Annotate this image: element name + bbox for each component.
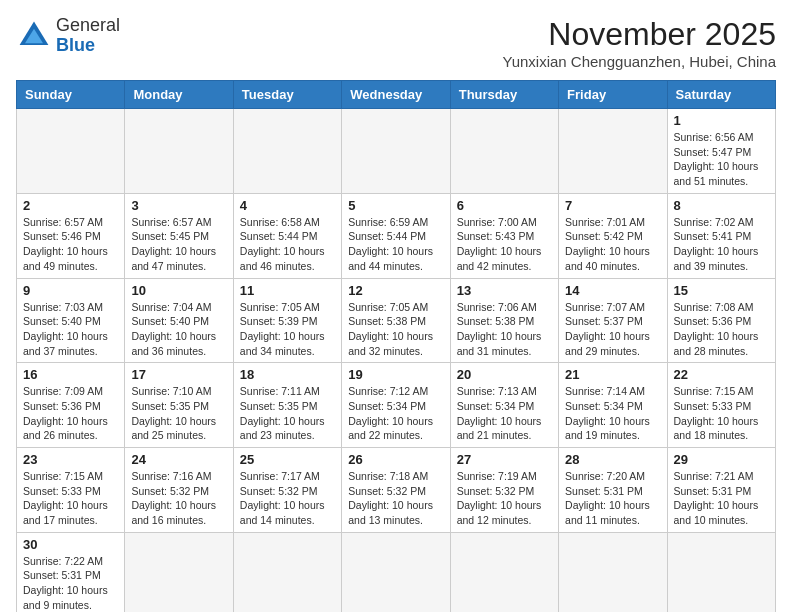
weekday-header-thursday: Thursday [450, 81, 558, 109]
day-info: Sunrise: 7:16 AM Sunset: 5:32 PM Dayligh… [131, 469, 226, 528]
calendar-day-cell [125, 532, 233, 612]
calendar-day-cell [17, 109, 125, 194]
calendar-day-cell: 20Sunrise: 7:13 AM Sunset: 5:34 PM Dayli… [450, 363, 558, 448]
location-label: Yunxixian Chengguanzhen, Hubei, China [502, 53, 776, 70]
weekday-header-monday: Monday [125, 81, 233, 109]
day-info: Sunrise: 7:08 AM Sunset: 5:36 PM Dayligh… [674, 300, 769, 359]
day-info: Sunrise: 6:57 AM Sunset: 5:46 PM Dayligh… [23, 215, 118, 274]
title-section: November 2025 Yunxixian Chengguanzhen, H… [502, 16, 776, 70]
calendar-table: SundayMondayTuesdayWednesdayThursdayFrid… [16, 80, 776, 612]
day-number: 17 [131, 367, 226, 382]
day-number: 13 [457, 283, 552, 298]
day-info: Sunrise: 7:05 AM Sunset: 5:38 PM Dayligh… [348, 300, 443, 359]
day-number: 5 [348, 198, 443, 213]
day-number: 18 [240, 367, 335, 382]
calendar-day-cell [342, 532, 450, 612]
day-info: Sunrise: 7:02 AM Sunset: 5:41 PM Dayligh… [674, 215, 769, 274]
day-info: Sunrise: 6:56 AM Sunset: 5:47 PM Dayligh… [674, 130, 769, 189]
calendar-day-cell: 13Sunrise: 7:06 AM Sunset: 5:38 PM Dayli… [450, 278, 558, 363]
day-number: 24 [131, 452, 226, 467]
calendar-day-cell: 5Sunrise: 6:59 AM Sunset: 5:44 PM Daylig… [342, 193, 450, 278]
day-info: Sunrise: 6:58 AM Sunset: 5:44 PM Dayligh… [240, 215, 335, 274]
calendar-day-cell: 1Sunrise: 6:56 AM Sunset: 5:47 PM Daylig… [667, 109, 775, 194]
day-info: Sunrise: 7:07 AM Sunset: 5:37 PM Dayligh… [565, 300, 660, 359]
day-number: 3 [131, 198, 226, 213]
day-info: Sunrise: 7:15 AM Sunset: 5:33 PM Dayligh… [23, 469, 118, 528]
day-info: Sunrise: 7:13 AM Sunset: 5:34 PM Dayligh… [457, 384, 552, 443]
calendar-day-cell [233, 532, 341, 612]
day-info: Sunrise: 7:14 AM Sunset: 5:34 PM Dayligh… [565, 384, 660, 443]
calendar-day-cell [233, 109, 341, 194]
calendar-day-cell: 6Sunrise: 7:00 AM Sunset: 5:43 PM Daylig… [450, 193, 558, 278]
calendar-day-cell: 3Sunrise: 6:57 AM Sunset: 5:45 PM Daylig… [125, 193, 233, 278]
calendar-day-cell [342, 109, 450, 194]
calendar-day-cell: 19Sunrise: 7:12 AM Sunset: 5:34 PM Dayli… [342, 363, 450, 448]
day-number: 2 [23, 198, 118, 213]
logo-icon [16, 18, 52, 54]
day-number: 1 [674, 113, 769, 128]
calendar-day-cell: 26Sunrise: 7:18 AM Sunset: 5:32 PM Dayli… [342, 448, 450, 533]
day-info: Sunrise: 7:01 AM Sunset: 5:42 PM Dayligh… [565, 215, 660, 274]
calendar-day-cell: 18Sunrise: 7:11 AM Sunset: 5:35 PM Dayli… [233, 363, 341, 448]
calendar-day-cell: 22Sunrise: 7:15 AM Sunset: 5:33 PM Dayli… [667, 363, 775, 448]
day-info: Sunrise: 7:19 AM Sunset: 5:32 PM Dayligh… [457, 469, 552, 528]
day-number: 10 [131, 283, 226, 298]
calendar-week-row: 16Sunrise: 7:09 AM Sunset: 5:36 PM Dayli… [17, 363, 776, 448]
day-number: 23 [23, 452, 118, 467]
day-info: Sunrise: 7:06 AM Sunset: 5:38 PM Dayligh… [457, 300, 552, 359]
day-number: 16 [23, 367, 118, 382]
page-header: General Blue November 2025 Yunxixian Che… [16, 16, 776, 70]
day-number: 25 [240, 452, 335, 467]
month-year-title: November 2025 [502, 16, 776, 53]
calendar-day-cell [667, 532, 775, 612]
calendar-day-cell: 8Sunrise: 7:02 AM Sunset: 5:41 PM Daylig… [667, 193, 775, 278]
calendar-day-cell: 4Sunrise: 6:58 AM Sunset: 5:44 PM Daylig… [233, 193, 341, 278]
calendar-week-row: 2Sunrise: 6:57 AM Sunset: 5:46 PM Daylig… [17, 193, 776, 278]
day-info: Sunrise: 7:10 AM Sunset: 5:35 PM Dayligh… [131, 384, 226, 443]
calendar-day-cell [450, 109, 558, 194]
day-number: 26 [348, 452, 443, 467]
weekday-header-wednesday: Wednesday [342, 81, 450, 109]
day-number: 30 [23, 537, 118, 552]
calendar-day-cell: 23Sunrise: 7:15 AM Sunset: 5:33 PM Dayli… [17, 448, 125, 533]
day-info: Sunrise: 7:03 AM Sunset: 5:40 PM Dayligh… [23, 300, 118, 359]
day-number: 15 [674, 283, 769, 298]
day-info: Sunrise: 7:05 AM Sunset: 5:39 PM Dayligh… [240, 300, 335, 359]
calendar-day-cell: 17Sunrise: 7:10 AM Sunset: 5:35 PM Dayli… [125, 363, 233, 448]
calendar-day-cell: 28Sunrise: 7:20 AM Sunset: 5:31 PM Dayli… [559, 448, 667, 533]
day-info: Sunrise: 7:18 AM Sunset: 5:32 PM Dayligh… [348, 469, 443, 528]
calendar-day-cell: 21Sunrise: 7:14 AM Sunset: 5:34 PM Dayli… [559, 363, 667, 448]
calendar-day-cell: 9Sunrise: 7:03 AM Sunset: 5:40 PM Daylig… [17, 278, 125, 363]
calendar-day-cell [559, 532, 667, 612]
calendar-day-cell [125, 109, 233, 194]
calendar-day-cell: 14Sunrise: 7:07 AM Sunset: 5:37 PM Dayli… [559, 278, 667, 363]
day-info: Sunrise: 6:57 AM Sunset: 5:45 PM Dayligh… [131, 215, 226, 274]
weekday-header-sunday: Sunday [17, 81, 125, 109]
logo-general: General [56, 16, 120, 36]
day-number: 4 [240, 198, 335, 213]
day-info: Sunrise: 7:15 AM Sunset: 5:33 PM Dayligh… [674, 384, 769, 443]
day-info: Sunrise: 7:12 AM Sunset: 5:34 PM Dayligh… [348, 384, 443, 443]
weekday-header-row: SundayMondayTuesdayWednesdayThursdayFrid… [17, 81, 776, 109]
day-info: Sunrise: 7:11 AM Sunset: 5:35 PM Dayligh… [240, 384, 335, 443]
calendar-day-cell: 16Sunrise: 7:09 AM Sunset: 5:36 PM Dayli… [17, 363, 125, 448]
day-number: 19 [348, 367, 443, 382]
calendar-day-cell: 7Sunrise: 7:01 AM Sunset: 5:42 PM Daylig… [559, 193, 667, 278]
day-info: Sunrise: 7:20 AM Sunset: 5:31 PM Dayligh… [565, 469, 660, 528]
day-number: 11 [240, 283, 335, 298]
day-number: 20 [457, 367, 552, 382]
calendar-day-cell [450, 532, 558, 612]
logo-text: General Blue [56, 16, 120, 56]
day-info: Sunrise: 7:09 AM Sunset: 5:36 PM Dayligh… [23, 384, 118, 443]
day-number: 7 [565, 198, 660, 213]
day-number: 27 [457, 452, 552, 467]
day-number: 8 [674, 198, 769, 213]
calendar-day-cell: 27Sunrise: 7:19 AM Sunset: 5:32 PM Dayli… [450, 448, 558, 533]
calendar-week-row: 1Sunrise: 6:56 AM Sunset: 5:47 PM Daylig… [17, 109, 776, 194]
logo: General Blue [16, 16, 120, 56]
day-info: Sunrise: 7:17 AM Sunset: 5:32 PM Dayligh… [240, 469, 335, 528]
weekday-header-tuesday: Tuesday [233, 81, 341, 109]
calendar-day-cell: 24Sunrise: 7:16 AM Sunset: 5:32 PM Dayli… [125, 448, 233, 533]
day-info: Sunrise: 7:00 AM Sunset: 5:43 PM Dayligh… [457, 215, 552, 274]
day-info: Sunrise: 7:22 AM Sunset: 5:31 PM Dayligh… [23, 554, 118, 612]
